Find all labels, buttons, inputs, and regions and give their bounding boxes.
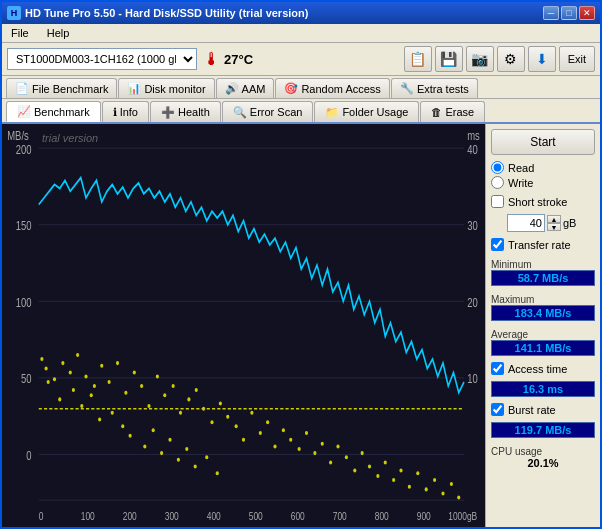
svg-point-83 bbox=[457, 495, 460, 499]
svg-point-89 bbox=[98, 418, 101, 422]
svg-text:50: 50 bbox=[21, 372, 32, 385]
svg-text:900: 900 bbox=[417, 510, 431, 522]
minimize-button[interactable]: ─ bbox=[543, 6, 559, 20]
svg-text:300: 300 bbox=[165, 510, 179, 522]
spin-arrows: ▲ ▼ bbox=[547, 215, 561, 231]
access-time-value: 16.3 ms bbox=[491, 381, 595, 397]
cpu-usage-stat: CPU usage 20.1% bbox=[491, 444, 595, 469]
svg-point-49 bbox=[187, 397, 190, 401]
svg-point-50 bbox=[195, 388, 198, 392]
temperature-display: 🌡 27°C bbox=[203, 49, 253, 70]
drive-select[interactable]: ST1000DM003-1CH162 (1000 gB) bbox=[7, 48, 197, 70]
close-button[interactable]: ✕ bbox=[579, 6, 595, 20]
info-icon-btn[interactable]: 📋 bbox=[404, 46, 432, 72]
svg-point-100 bbox=[205, 455, 208, 459]
svg-point-61 bbox=[282, 428, 285, 432]
svg-point-91 bbox=[121, 424, 124, 428]
aam-icon: 🔊 bbox=[225, 82, 239, 95]
tab-aam[interactable]: 🔊 AAM bbox=[216, 78, 275, 98]
svg-text:500: 500 bbox=[249, 510, 263, 522]
tab-random-access[interactable]: 🎯 Random Access bbox=[275, 78, 389, 98]
svg-point-41 bbox=[124, 391, 127, 395]
short-stroke-checkbox[interactable] bbox=[491, 195, 504, 208]
tab-folder-usage[interactable]: 📁 Folder Usage bbox=[314, 101, 419, 122]
start-button[interactable]: Start bbox=[491, 129, 595, 155]
main-area: trial version MB/s 200 150 100 50 0 bbox=[2, 124, 600, 527]
tab-info[interactable]: ℹ Info bbox=[102, 101, 149, 122]
svg-point-52 bbox=[210, 420, 213, 424]
svg-text:400: 400 bbox=[207, 510, 221, 522]
extra-tests-icon: 🔧 bbox=[400, 82, 414, 95]
svg-text:20: 20 bbox=[467, 296, 478, 309]
access-time-checkbox[interactable] bbox=[491, 362, 504, 375]
camera-icon-btn[interactable]: 📷 bbox=[466, 46, 494, 72]
svg-text:0: 0 bbox=[39, 510, 44, 522]
tabs-top: 📄 File Benchmark 📊 Disk monitor 🔊 AAM 🎯 … bbox=[2, 76, 600, 99]
svg-point-74 bbox=[384, 461, 387, 465]
tab-erase[interactable]: 🗑 Erase bbox=[420, 101, 485, 122]
svg-text:ms: ms bbox=[467, 129, 480, 142]
svg-text:700: 700 bbox=[333, 510, 347, 522]
read-radio[interactable] bbox=[491, 161, 504, 174]
benchmark-icon: 📈 bbox=[17, 105, 31, 118]
svg-point-81 bbox=[441, 491, 444, 495]
tab-disk-monitor[interactable]: 📊 Disk monitor bbox=[118, 78, 214, 98]
menu-help[interactable]: Help bbox=[43, 26, 74, 40]
chart-watermark: trial version bbox=[42, 132, 98, 144]
svg-point-69 bbox=[345, 455, 348, 459]
file-benchmark-icon: 📄 bbox=[15, 82, 29, 95]
tab-health[interactable]: ➕ Health bbox=[150, 101, 221, 122]
save-icon-btn[interactable]: 💾 bbox=[435, 46, 463, 72]
burst-rate-item: Burst rate bbox=[491, 403, 595, 416]
svg-point-79 bbox=[425, 487, 428, 491]
svg-point-51 bbox=[202, 407, 205, 411]
svg-point-99 bbox=[194, 465, 197, 469]
tab-benchmark[interactable]: 📈 Benchmark bbox=[6, 101, 101, 122]
settings-icon-btn[interactable]: ⚙ bbox=[497, 46, 525, 72]
svg-text:150: 150 bbox=[16, 219, 32, 232]
gb-input[interactable]: 40 bbox=[507, 214, 545, 232]
spin-up[interactable]: ▲ bbox=[547, 215, 561, 223]
tab-file-benchmark[interactable]: 📄 File Benchmark bbox=[6, 78, 117, 98]
svg-point-42 bbox=[133, 371, 136, 375]
short-stroke-item: Short stroke bbox=[491, 195, 595, 208]
svg-text:1000gB: 1000gB bbox=[448, 510, 477, 522]
svg-point-86 bbox=[72, 388, 75, 392]
spin-down[interactable]: ▼ bbox=[547, 223, 561, 231]
svg-point-47 bbox=[172, 384, 175, 388]
svg-point-82 bbox=[450, 482, 453, 486]
maximize-button[interactable]: □ bbox=[561, 6, 577, 20]
maximum-label: Maximum bbox=[491, 294, 595, 305]
svg-point-65 bbox=[313, 451, 316, 455]
transfer-rate-checkbox[interactable] bbox=[491, 238, 504, 251]
burst-rate-checkbox[interactable] bbox=[491, 403, 504, 416]
svg-point-40 bbox=[116, 361, 119, 365]
transfer-rate-label: Transfer rate bbox=[508, 239, 571, 251]
tab-extra-tests[interactable]: 🔧 Extra tests bbox=[391, 78, 478, 98]
svg-point-94 bbox=[152, 428, 155, 432]
svg-point-77 bbox=[408, 485, 411, 489]
temperature-value: 27°C bbox=[224, 52, 253, 67]
exit-button[interactable]: Exit bbox=[559, 46, 595, 72]
svg-point-98 bbox=[185, 447, 188, 451]
svg-point-88 bbox=[90, 393, 93, 397]
svg-point-38 bbox=[100, 364, 103, 368]
burst-rate-value: 119.7 MB/s bbox=[491, 422, 595, 438]
write-radio[interactable] bbox=[491, 176, 504, 189]
menu-file[interactable]: File bbox=[7, 26, 33, 40]
write-label: Write bbox=[508, 177, 533, 189]
minimum-stat: Minimum 58.7 MB/s bbox=[491, 257, 595, 286]
svg-text:200: 200 bbox=[16, 142, 32, 155]
tab-error-scan[interactable]: 🔍 Error Scan bbox=[222, 101, 314, 122]
burst-rate-label: Burst rate bbox=[508, 404, 556, 416]
download-icon-btn[interactable]: ⬇ bbox=[528, 46, 556, 72]
read-label: Read bbox=[508, 162, 534, 174]
folder-usage-icon: 📁 bbox=[325, 106, 339, 119]
average-value: 141.1 MB/s bbox=[491, 340, 595, 356]
svg-text:800: 800 bbox=[375, 510, 389, 522]
transfer-rate-item: Transfer rate bbox=[491, 238, 595, 251]
svg-point-87 bbox=[80, 404, 83, 408]
access-time-stat: 16.3 ms bbox=[491, 381, 595, 397]
random-access-icon: 🎯 bbox=[284, 82, 298, 95]
svg-point-71 bbox=[361, 451, 364, 455]
